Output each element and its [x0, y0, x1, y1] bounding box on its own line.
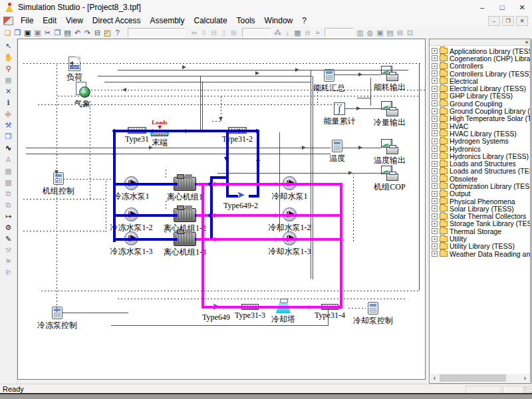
expand-plus-icon[interactable]: +: [432, 146, 438, 152]
window-icon[interactable]: ▣: [375, 28, 385, 38]
same-size-icon[interactable]: ⊟: [209, 28, 219, 38]
list-icon[interactable]: ⊟: [395, 28, 405, 38]
redo-icon[interactable]: ↷: [82, 28, 92, 38]
menu-item[interactable]: Tools: [232, 15, 260, 26]
expand-plus-icon[interactable]: +: [432, 191, 438, 197]
delete-icon[interactable]: ✕: [3, 86, 15, 96]
mdi-minimize-icon[interactable]: –: [488, 16, 500, 26]
cut-icon[interactable]: ✂: [43, 28, 53, 38]
layers-icon-2[interactable]: ⧉: [3, 200, 15, 210]
tree-icon[interactable]: ⁂: [273, 28, 283, 38]
expand-plus-icon[interactable]: +: [432, 70, 438, 76]
copy-page-icon[interactable]: ❐: [3, 132, 15, 142]
document-icon[interactable]: ▤: [385, 28, 395, 38]
grid-icon-1[interactable]: ▦: [3, 166, 15, 176]
paste-icon[interactable]: ▤: [63, 28, 72, 38]
library-tree-item[interactable]: + Weather Data Reading and Process: [430, 250, 530, 257]
panel-icon[interactable]: ▥: [355, 28, 365, 38]
wrench-icon[interactable]: ⚒: [3, 120, 15, 131]
box-icon[interactable]: ⊡: [405, 28, 415, 38]
pencil-icon[interactable]: ✎: [3, 234, 15, 245]
expand-plus-icon[interactable]: +: [432, 116, 438, 122]
hammer-icon[interactable]: ⚒: [3, 245, 15, 256]
flask-icon[interactable]: ⍾: [303, 28, 313, 38]
menu-item[interactable]: File: [16, 15, 38, 26]
copy-icon[interactable]: ❐: [53, 28, 63, 38]
select-tool-icon[interactable]: ↖: [3, 41, 15, 51]
tab-order-icon[interactable]: ↦: [3, 211, 15, 221]
menu-item[interactable]: ?: [297, 15, 311, 26]
menu-item[interactable]: Edit: [38, 15, 61, 26]
table-icon[interactable]: ▦: [293, 28, 303, 38]
open-folder-icon[interactable]: ❒: [13, 28, 23, 38]
expand-plus-icon[interactable]: +: [432, 251, 438, 257]
component-temperature-output[interactable]: 温度输出: [381, 139, 398, 154]
expand-plus-icon[interactable]: +: [432, 48, 438, 54]
menu-item[interactable]: View: [61, 15, 88, 26]
print-preview-icon[interactable]: ◰: [102, 28, 112, 38]
close-icon[interactable]: ✕: [512, 0, 532, 15]
schematic-canvas[interactable]: USER 负荷 气象 Type31 Loads 末端 Type31-2 冷冻水泵…: [17, 39, 426, 380]
component-cw-pump-control[interactable]: 冷却泵控制: [368, 302, 378, 315]
gear-icon[interactable]: ⚙: [3, 223, 15, 233]
pan-tool-icon[interactable]: ✋: [3, 52, 15, 63]
grid-icon-2[interactable]: ▩: [3, 177, 15, 188]
expand-plus-icon[interactable]: +: [432, 138, 438, 144]
wave-icon[interactable]: ≈: [313, 28, 323, 38]
component-cooling-output[interactable]: 冷量输出: [381, 101, 398, 116]
menu-item[interactable]: Calculate: [190, 15, 232, 26]
plug-icon[interactable]: ⎆: [3, 109, 15, 120]
component-energy-output[interactable]: 能耗输出: [381, 66, 398, 81]
component-temperature[interactable]: 温度: [332, 140, 342, 152]
menu-item[interactable]: Assembly: [146, 15, 190, 26]
expand-plus-icon[interactable]: +: [432, 153, 438, 159]
expand-plus-icon[interactable]: +: [432, 100, 438, 106]
expand-plus-icon[interactable]: +: [432, 123, 438, 129]
component-chw-pump-control[interactable]: 冷冻泵控制: [52, 307, 63, 319]
horizontal-scrollbar[interactable]: ‹ ›: [430, 374, 529, 382]
menu-item[interactable]: Direct Access: [88, 15, 146, 26]
mdi-close-icon[interactable]: ✕: [516, 16, 528, 26]
expand-plus-icon[interactable]: +: [432, 243, 438, 249]
expand-plus-icon[interactable]: +: [432, 93, 438, 99]
minimize-icon[interactable]: –: [472, 0, 492, 15]
align-vertical-icon[interactable]: ⇳: [199, 28, 209, 38]
expand-plus-icon[interactable]: +: [432, 236, 438, 242]
flag-icon-1[interactable]: ⚑: [3, 257, 15, 267]
undo-icon[interactable]: ↶: [72, 28, 82, 38]
project-window-icon[interactable]: [3, 17, 13, 25]
expand-plus-icon[interactable]: +: [432, 161, 438, 167]
component-energy-sum[interactable]: 能耗汇总: [324, 69, 334, 82]
maximize-icon[interactable]: □: [492, 0, 512, 15]
expand-plus-icon[interactable]: +: [432, 86, 438, 92]
flag-icon-2[interactable]: ⚐: [3, 268, 15, 279]
grid-icon[interactable]: ⊞: [229, 28, 239, 38]
panel-close-icon[interactable]: ✕: [525, 39, 529, 45]
expand-plus-icon[interactable]: +: [432, 205, 438, 211]
expand-plus-icon[interactable]: +: [432, 168, 438, 174]
expand-plus-icon[interactable]: +: [432, 63, 438, 69]
info-icon[interactable]: ℹ: [3, 97, 15, 108]
direct-access-icon[interactable]: ▦: [3, 74, 15, 85]
text-icon[interactable]: A: [3, 154, 15, 165]
expand-plus-icon[interactable]: +: [432, 183, 438, 189]
new-icon[interactable]: ❏: [3, 28, 13, 38]
scroll-left-icon[interactable]: ‹: [430, 374, 439, 382]
expand-plus-icon[interactable]: +: [432, 228, 438, 234]
expand-plus-icon[interactable]: +: [432, 78, 438, 84]
expand-plus-icon[interactable]: +: [432, 130, 438, 136]
same-height-icon[interactable]: ▯: [219, 28, 229, 38]
zoom-tool-icon[interactable]: ⚲: [3, 63, 15, 74]
expand-plus-icon[interactable]: +: [432, 108, 438, 114]
save-icon[interactable]: ▣: [23, 28, 33, 38]
expand-plus-icon[interactable]: +: [432, 176, 438, 182]
component-cop-output[interactable]: 机组COP: [381, 166, 398, 181]
expand-plus-icon[interactable]: +: [432, 198, 438, 204]
mdi-restore-icon[interactable]: ❐: [502, 16, 514, 26]
align-horizontal-icon[interactable]: ⇹: [189, 28, 199, 38]
target-icon[interactable]: ◍: [365, 28, 375, 38]
save-all-icon[interactable]: ▣: [33, 28, 43, 38]
expand-plus-icon[interactable]: +: [432, 55, 438, 61]
scroll-right-icon[interactable]: ›: [521, 374, 529, 382]
layers-icon-1[interactable]: ⧉: [3, 188, 15, 199]
